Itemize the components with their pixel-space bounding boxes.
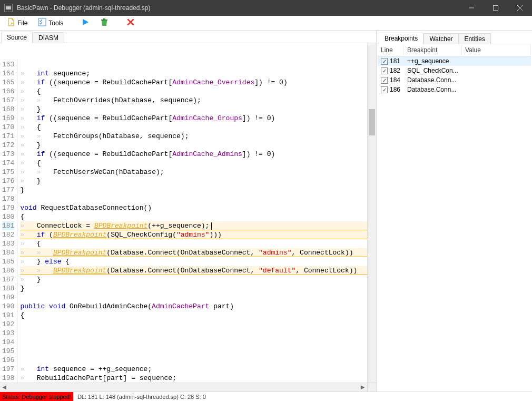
code-line[interactable]: » int sequence;: [20, 69, 376, 78]
status-bar: Status: Debugger stopped! DL: 181 L: 148…: [0, 392, 532, 401]
line-number: 176: [2, 177, 14, 185]
code-line[interactable]: » }: [20, 141, 376, 150]
code-line[interactable]: » {: [20, 87, 376, 96]
checklist-icon: [38, 18, 46, 28]
bp-name: Database.Conn...: [405, 86, 463, 93]
code-line[interactable]: » }: [20, 105, 376, 114]
horizontal-scrollbar[interactable]: ◄ ►: [0, 383, 367, 392]
editor-pane: Source DIASM 163164165166167168169170171…: [0, 31, 377, 392]
tab-diasm[interactable]: DIASM: [33, 32, 64, 43]
code-line[interactable]: » if ((sequence = RebuildCachePart[Admin…: [20, 114, 376, 123]
line-number: 188: [2, 284, 14, 293]
code-line[interactable]: » » FetchGroups(hDatabase, sequence);: [20, 132, 376, 141]
code-line[interactable]: » if ((sequence = RebuildCachePart[Admin…: [20, 150, 376, 159]
line-number: 190: [2, 302, 14, 311]
code-line[interactable]: » if ((sequence = RebuildCachePart[Admin…: [20, 78, 376, 87]
table-row[interactable]: ✓182SQL_CheckCon...: [378, 66, 531, 75]
code-line[interactable]: » » BPDBreakpoint(Database.Connect(OnDat…: [20, 248, 376, 257]
line-number: 181: [2, 221, 14, 230]
code-line[interactable]: }: [20, 185, 376, 194]
code-line[interactable]: {: [20, 311, 376, 320]
line-number: 191: [2, 311, 14, 320]
code-line[interactable]: [20, 347, 376, 356]
tab-watcher[interactable]: Watcher: [423, 33, 458, 44]
scroll-left-arrow[interactable]: ◄: [0, 383, 9, 392]
code-line[interactable]: [20, 356, 376, 365]
code-line[interactable]: [20, 338, 376, 347]
file-icon: [7, 18, 15, 28]
scroll-right-arrow[interactable]: ►: [358, 383, 367, 392]
code-line[interactable]: {: [20, 212, 376, 221]
code-line[interactable]: [20, 329, 376, 338]
checkbox-icon[interactable]: ✓: [381, 77, 388, 84]
code-line[interactable]: [20, 320, 376, 329]
bp-line: 182: [390, 67, 400, 74]
code-line[interactable]: » {: [20, 239, 376, 248]
code-editor[interactable]: 1631641651661671681691701711721731741751…: [0, 43, 376, 392]
code-line[interactable]: [20, 60, 376, 69]
tab-source[interactable]: Source: [1, 32, 33, 43]
table-row[interactable]: ✓186Database.Conn...: [378, 85, 531, 94]
code-line[interactable]: » {: [20, 159, 376, 168]
code-line[interactable]: » RebuildCachePart[part] = sequence;: [20, 374, 376, 383]
code-line[interactable]: » }: [20, 177, 376, 185]
code-line[interactable]: » } else {: [20, 257, 376, 266]
tab-entities[interactable]: Entities: [459, 33, 491, 44]
checkbox-icon[interactable]: ✓: [381, 86, 388, 93]
line-gutter: 1631641651661671681691701711721731741751…: [0, 59, 18, 392]
code-line[interactable]: » ConnectLock = BPDBreakpoint(++g_sequen…: [20, 221, 376, 230]
status-info: DL: 181 L: 148 (admin-sql-threaded.sp) C…: [73, 394, 210, 400]
table-row[interactable]: ✓181++g_sequence: [378, 56, 531, 66]
close-button[interactable]: [508, 0, 532, 16]
line-number: 198: [2, 374, 14, 383]
col-breakpoint[interactable]: Breakpoint: [404, 44, 462, 56]
code-line[interactable]: » » BPDBreakpoint(Database.Connect(OnDat…: [20, 266, 376, 275]
delete-button[interactable]: [96, 17, 112, 29]
col-value[interactable]: Value: [462, 44, 531, 56]
checkbox-icon[interactable]: ✓: [381, 58, 388, 65]
tools-menu-label: Tools: [48, 19, 63, 27]
code-line[interactable]: void RequestDatabaseConnection(): [20, 203, 376, 212]
line-number: 187: [2, 275, 14, 284]
code-area[interactable]: » int sequence;» if ((sequence = Rebuild…: [18, 59, 376, 392]
breakpoints-pane: Breakpoints Watcher Entities Line Breakp…: [377, 31, 532, 392]
table-row[interactable]: ✓184Database.Conn...: [378, 75, 531, 85]
code-line[interactable]: [20, 293, 376, 302]
titlebar: BasicPawn - Debugger (admin-sql-threaded…: [0, 0, 532, 16]
line-number: 168: [2, 105, 14, 114]
checkbox-icon[interactable]: ✓: [381, 67, 388, 74]
run-button[interactable]: [77, 17, 93, 29]
code-line[interactable]: » » FetchOverrides(hDatabase, sequence);: [20, 96, 376, 105]
bp-name: ++g_sequence: [405, 57, 463, 65]
line-number: 183: [2, 239, 14, 248]
line-number: 186: [2, 266, 14, 275]
maximize-button[interactable]: [484, 0, 508, 16]
file-menu-button[interactable]: File: [3, 17, 31, 29]
code-line[interactable]: }: [20, 284, 376, 293]
scrollbar-thumb[interactable]: [369, 109, 375, 135]
line-number: 182: [2, 230, 14, 239]
bp-line: 186: [390, 86, 400, 93]
code-line[interactable]: [20, 194, 376, 203]
code-line[interactable]: » » FetchUsersWeCan(hDatabase);: [20, 168, 376, 177]
bp-line: 184: [390, 76, 400, 84]
line-number: 170: [2, 123, 14, 132]
code-line[interactable]: » }: [20, 275, 376, 284]
minimize-button[interactable]: [459, 0, 484, 16]
code-line[interactable]: public void OnRebuildAdminCache(AdminCac…: [20, 302, 376, 311]
code-line[interactable]: » if (BPDBreakpoint(SQL_CheckConfig("adm…: [20, 230, 376, 239]
scrollbar-track[interactable]: [9, 383, 358, 392]
col-line[interactable]: Line: [378, 44, 404, 56]
code-line[interactable]: » int sequence = ++g_sequence;: [20, 365, 376, 374]
cancel-button[interactable]: [123, 17, 139, 29]
tools-menu-button[interactable]: Tools: [34, 17, 67, 29]
vertical-scrollbar[interactable]: [367, 43, 376, 383]
line-number: 196: [2, 356, 14, 365]
svg-rect-1: [6, 6, 11, 9]
line-number: 174: [2, 159, 14, 168]
code-line[interactable]: » {: [20, 123, 376, 132]
line-number: 185: [2, 257, 14, 266]
tab-breakpoints[interactable]: Breakpoints: [379, 33, 423, 44]
bp-name: SQL_CheckCon...: [405, 67, 463, 74]
bp-line: 181: [390, 57, 400, 65]
